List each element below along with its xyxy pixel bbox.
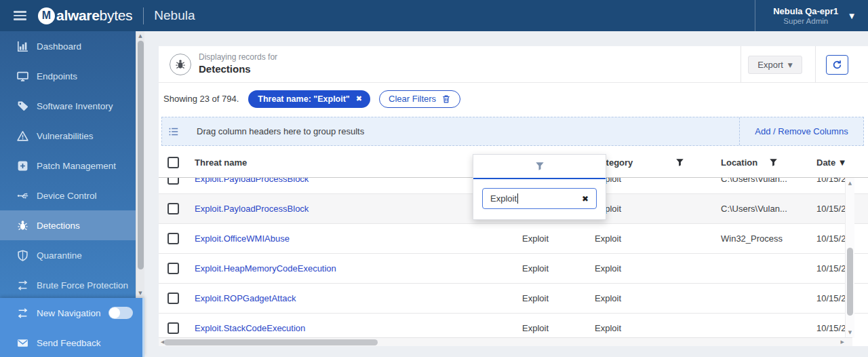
threat-name-link[interactable]: Exploit.HeapMemoryCodeExecution [195,263,336,274]
type-cell: Exploit [510,224,581,253]
toggle-knob [109,307,120,318]
tag-icon [17,100,28,112]
sidebar-item-dashboard[interactable]: Dashboard [0,31,136,61]
scroll-up-icon[interactable]: ▲ [136,33,144,39]
category-cell: Exploit [581,314,703,337]
sidebar-item-vulnerabilities[interactable]: Vulnerabilities [0,121,136,151]
date-cell: 10/15/20 [798,178,852,193]
topbar-divider [143,7,144,24]
location-cell: C:\Users\Vulan... [703,178,798,193]
date-cell: 10/15/20 [798,194,852,223]
row-checkbox[interactable] [167,322,179,334]
category-cell: Exploit [581,224,703,253]
trash-icon [441,94,451,104]
warning-icon [17,130,28,142]
clear-filters-button[interactable]: Clear Filters [379,90,460,108]
product-name: Nebula [154,8,195,23]
column-filter-popup: Exploit ✖ [473,154,606,220]
brand-bold: alware [56,7,100,23]
sidebar-item-detections[interactable]: Detections [0,210,136,240]
sort-desc-icon: ▼ [840,159,845,166]
brand-light: bytes [100,7,133,23]
shield-icon [17,250,28,261]
account-menu[interactable]: Nebula Qa-epr1 Super Admin ▼ [755,0,868,31]
type-cell: Exploit [510,314,581,337]
vertical-scrollbar[interactable]: ▲ ▼ [845,178,854,338]
sidebar-item-patch-management[interactable]: Patch Management [0,151,136,181]
select-all-checkbox[interactable] [167,157,179,168]
group-bar: Drag column headers here to group result… [161,117,864,146]
type-cell: Exploit [510,254,581,283]
date-cell: 10/15/20 [798,254,852,283]
location-cell [703,314,798,337]
threat-name-link[interactable]: Exploit.ROPGadgetAttack [195,293,296,303]
column-header-threat-name[interactable]: Threat name [188,148,510,177]
new-navigation-toggle[interactable] [108,307,133,319]
column-header-date[interactable]: Date ▼ [798,148,852,177]
filter-text-input[interactable]: Exploit ✖ [482,188,597,209]
refresh-icon [832,60,842,70]
panel-title-row: Displaying records for Detections Export… [159,46,868,83]
clear-input-icon[interactable]: ✖ [582,194,589,204]
scrollbar-thumb[interactable] [164,339,378,345]
text-cursor [517,193,518,204]
malwarebytes-m-icon: M [38,7,55,24]
page-subtitle: Displaying records for [199,52,277,62]
sidebar-item-software-inventory[interactable]: Software Inventory [0,91,136,121]
row-checkbox[interactable] [167,263,179,274]
dashboard-icon [17,41,28,52]
threat-name-link[interactable]: Exploit.OfficeWMIAbuse [195,233,290,244]
threat-name-link[interactable]: Exploit.PayloadProcessBlock [195,204,309,214]
table-row[interactable]: Exploit.HeapMemoryCodeExecution Exploit … [159,254,868,284]
threat-name-link[interactable]: Exploit.StackCodeExecution [195,323,305,333]
add-remove-columns-link[interactable]: Add / Remove Columns [755,126,848,136]
filter-chip-threat-name[interactable]: Threat name: "Exploit" ✖ [248,90,370,108]
sidebar: Dashboard Endpoints Software Inventory V… [0,31,144,357]
date-cell: 10/15/20 [798,284,852,313]
sidebar-item-endpoints[interactable]: Endpoints [0,61,136,91]
row-checkbox[interactable] [167,293,179,304]
endpoints-icon [17,71,28,82]
row-checkbox[interactable] [167,178,179,185]
row-checkbox[interactable] [167,233,179,244]
mail-icon [17,337,28,349]
filter-funnel-icon[interactable] [675,158,684,167]
scroll-down-icon[interactable]: ▼ [136,290,144,296]
scrollbar-thumb[interactable] [138,41,144,269]
arrows-icon [17,280,28,291]
horizontal-scrollbar[interactable]: ◀ ▶ [159,337,852,346]
scroll-down-icon[interactable]: ▼ [846,330,854,335]
export-button[interactable]: Export ▼ [748,56,802,74]
sidebar-nav: Dashboard Endpoints Software Inventory V… [0,31,144,298]
showing-count: Showing 23 of 794. [163,94,239,104]
popup-filter-header[interactable] [473,155,606,178]
location-cell: C:\Users\Vulan... [703,194,798,223]
filter-summary-row: Showing 23 of 794. Threat name: "Exploit… [159,83,868,115]
scroll-right-icon[interactable]: ▶ [841,339,844,345]
row-checkbox[interactable] [167,203,179,214]
threat-name-link[interactable]: Exploit.PayloadProcessBlock [195,178,309,184]
filter-funnel-icon [535,162,545,171]
sidebar-item-send-feedback[interactable]: Send Feedback [0,328,142,357]
sidebar-item-device-control[interactable]: Device Control [0,181,136,210]
table-row[interactable]: Exploit.ROPGadgetAttack Exploit Exploit … [159,284,868,314]
hamburger-menu-icon[interactable] [14,11,26,20]
usb-icon [17,190,28,202]
patch-icon [17,160,28,172]
table-row[interactable]: Exploit.OfficeWMIAbuse Exploit Exploit W… [159,224,868,254]
sidebar-item-new-navigation[interactable]: New Navigation [0,298,142,328]
scroll-up-icon[interactable]: ▲ [846,181,854,186]
scrollbar-thumb[interactable] [847,248,853,316]
divider [815,46,816,83]
screen: M alwarebytes Nebula Nebula Qa-epr1 Supe… [0,0,868,357]
sidebar-item-quarantine[interactable]: Quarantine [0,240,136,270]
table-row[interactable]: Exploit.StackCodeExecution Exploit Explo… [159,314,868,337]
filter-funnel-icon[interactable] [769,158,778,167]
close-icon[interactable]: ✖ [356,94,362,103]
group-drop-zone[interactable]: Drag column headers here to group result… [162,117,740,145]
sidebar-item-brute-force-protection[interactable]: Brute Force Protection [0,270,136,298]
refresh-button[interactable] [826,55,848,75]
sidebar-scrollbar[interactable]: ▲ ▼ [136,31,144,298]
top-bar: M alwarebytes Nebula Nebula Qa-epr1 Supe… [0,0,868,31]
column-header-location[interactable]: Location [703,148,798,177]
